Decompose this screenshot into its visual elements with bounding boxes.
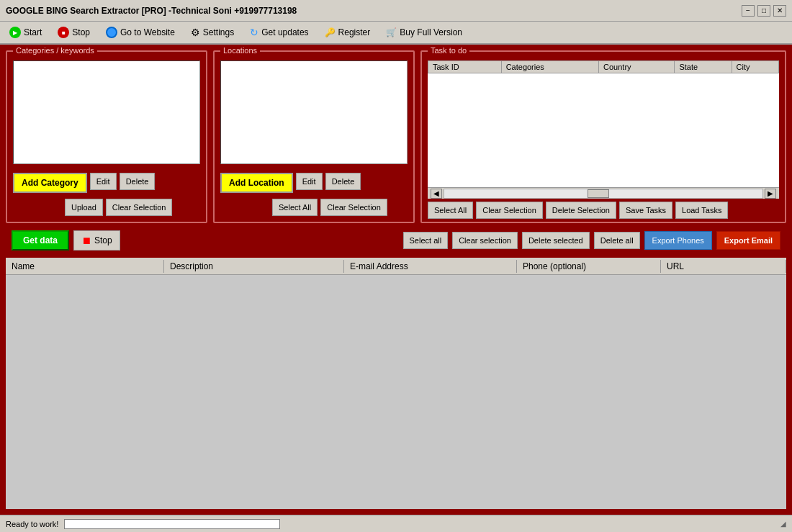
stop-sign-icon: ⏹: [81, 235, 91, 246]
start-button[interactable]: ▶ Start: [3, 23, 48, 42]
col-name-header: Name: [6, 260, 164, 273]
locations-panel: Locations Add Location Edit Delete Selec…: [213, 50, 415, 223]
data-table-area: Name Description E-mail Address Phone (o…: [6, 258, 786, 509]
select-all-button[interactable]: Select all: [403, 232, 449, 249]
go-to-website-button[interactable]: Go to Website: [99, 23, 181, 42]
task-table: Task ID Categories Country State City: [428, 60, 779, 73]
task-clear-button[interactable]: Clear Selection: [476, 202, 543, 219]
task-scrollbar[interactable]: ◀ ▶: [428, 187, 779, 199]
locations-label: Locations: [220, 46, 260, 55]
delete-selected-button[interactable]: Delete selected: [522, 232, 590, 249]
task-select-all-button[interactable]: Select All: [428, 202, 473, 219]
task-col-id: Task ID: [428, 61, 502, 73]
register-button[interactable]: 🔑 Register: [318, 23, 377, 42]
data-rows: [6, 275, 786, 509]
export-phones-button[interactable]: Export Phones: [644, 231, 712, 250]
locations-clear-button[interactable]: Clear Selection: [320, 199, 387, 216]
main-content: Categories / keywords Add Category Edit …: [0, 45, 792, 515]
scroll-right-icon[interactable]: ▶: [765, 189, 776, 199]
close-button[interactable]: ✕: [773, 5, 786, 17]
status-bar: Ready to work! ◢: [0, 515, 792, 532]
export-email-button[interactable]: Export Email: [716, 231, 780, 250]
load-tasks-button[interactable]: Load Tasks: [675, 202, 728, 219]
task-col-categories: Categories: [501, 61, 598, 73]
categories-clear-button[interactable]: Clear Selection: [106, 199, 173, 216]
locations-listbox: [220, 60, 408, 164]
key-icon: 🔑: [325, 27, 336, 37]
buy-full-version-button[interactable]: 🛒 Buy Full Version: [379, 23, 469, 42]
maximize-button[interactable]: □: [757, 5, 770, 17]
categories-buttons-2: Upload Clear Selection: [7, 199, 206, 222]
scroll-left-icon[interactable]: ◀: [431, 189, 442, 199]
cart-icon: 🛒: [386, 27, 397, 37]
play-icon: ▶: [9, 27, 21, 38]
arrow-icon: ↻: [250, 27, 258, 38]
status-text: Ready to work!: [6, 520, 58, 528]
task-col-country: Country: [599, 61, 675, 73]
col-email-header: E-mail Address: [344, 260, 517, 273]
col-desc-header: Description: [164, 260, 344, 273]
locations-edit-button[interactable]: Edit: [296, 173, 323, 190]
status-progress-bar: [64, 519, 280, 529]
col-url-header: URL: [661, 260, 786, 273]
col-phone-header: Phone (optional): [517, 260, 661, 273]
clear-selection-button[interactable]: Clear selection: [452, 232, 518, 249]
menu-bar: ▶ Start ■ Stop Go to Website ⚙ Settings …: [0, 22, 792, 45]
task-label: Task to do: [428, 46, 469, 55]
task-delete-button[interactable]: Delete Selection: [546, 202, 616, 219]
locations-list[interactable]: [220, 60, 408, 164]
categories-delete-button[interactable]: Delete: [120, 173, 156, 190]
task-col-state: State: [675, 61, 732, 73]
top-panels: Categories / keywords Add Category Edit …: [6, 50, 786, 223]
scroll-track[interactable]: [444, 189, 763, 199]
categories-upload-button[interactable]: Upload: [65, 199, 103, 216]
locations-delete-button[interactable]: Delete: [325, 173, 361, 190]
categories-label: Categories / keywords: [13, 46, 97, 55]
locations-buttons-2: Select All Clear Selection: [215, 199, 413, 222]
resize-grip-icon: ◢: [780, 520, 786, 528]
task-panel: Task to do Task ID Categories Country St…: [420, 50, 786, 223]
title-text: GOOGLE BING Search Extractor [PRO] -Tech…: [6, 6, 297, 16]
scroll-thumb[interactable]: [588, 189, 609, 198]
title-bar: GOOGLE BING Search Extractor [PRO] -Tech…: [0, 0, 792, 22]
add-location-button[interactable]: Add Location: [220, 173, 293, 193]
categories-list[interactable]: [13, 60, 200, 164]
get-updates-button[interactable]: ↻ Get updates: [243, 23, 315, 42]
categories-panel: Categories / keywords Add Category Edit …: [6, 50, 207, 223]
task-body: [428, 73, 779, 187]
data-table-header: Name Description E-mail Address Phone (o…: [6, 258, 786, 275]
save-tasks-button[interactable]: Save Tasks: [619, 202, 672, 219]
locations-select-all-button[interactable]: Select All: [272, 199, 318, 216]
middle-toolbar: Get data ⏹ Stop Select all Clear selecti…: [6, 227, 786, 253]
title-controls: − □ ✕: [742, 5, 786, 17]
stop-menu-button[interactable]: ■ Stop: [51, 23, 96, 42]
task-action-buttons: Select All Clear Selection Delete Select…: [422, 199, 785, 222]
categories-buttons: Add Category Edit Delete: [7, 170, 206, 199]
categories-listbox: [13, 60, 200, 164]
stop-icon: ■: [58, 27, 69, 38]
gear-icon: ⚙: [191, 27, 200, 38]
settings-button[interactable]: ⚙ Settings: [184, 23, 240, 42]
minimize-button[interactable]: −: [742, 5, 755, 17]
add-category-button[interactable]: Add Category: [13, 173, 87, 193]
locations-buttons: Add Location Edit Delete: [215, 170, 413, 199]
delete-all-button[interactable]: Delete all: [594, 232, 640, 249]
task-col-city: City: [732, 61, 778, 73]
globe-icon: [106, 27, 117, 38]
stop-button[interactable]: ⏹ Stop: [73, 230, 120, 251]
categories-edit-button[interactable]: Edit: [90, 173, 117, 190]
get-data-button[interactable]: Get data: [12, 230, 69, 251]
